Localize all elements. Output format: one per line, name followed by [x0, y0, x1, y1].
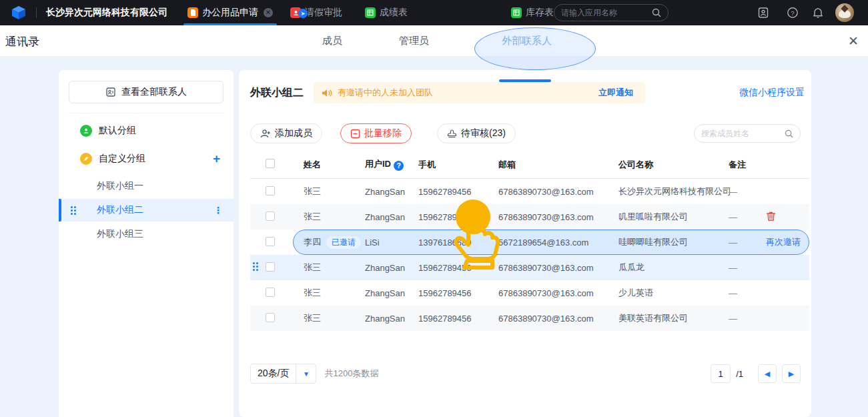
current-page-input[interactable]: 1 [711, 364, 731, 383]
top-app-bar: 长沙异次元网络科技有限公司 办公用品申请 ✕ ➤ 请假审批 成绩表 [0, 0, 868, 25]
cell-phone: 15962789456 [413, 187, 493, 197]
cell-note: — [723, 288, 761, 298]
page-size-select[interactable]: 20条/页 ▼ [250, 364, 316, 384]
cell-company: 美联英语有限公司 [613, 312, 723, 324]
pending-review-button[interactable]: 待审核(23) [437, 123, 516, 143]
tab-admins[interactable]: 管理员 [399, 35, 429, 47]
col-userid: 用户ID? [360, 158, 413, 171]
row-checkbox[interactable] [266, 237, 275, 246]
cell-action: 再次邀请 [761, 236, 809, 248]
orange-app-icon [187, 7, 198, 18]
green-app-icon [511, 7, 522, 18]
help-icon[interactable]: ? [785, 5, 801, 21]
tab-inventory-sheet[interactable]: 库存表 [511, 0, 554, 25]
row-checkbox[interactable] [266, 262, 275, 272]
cell-email: 67863890730@163.com [493, 263, 613, 273]
speaker-icon [322, 88, 332, 98]
table-row: 张三ZhangSan1596278945667863890730@163.com… [250, 306, 809, 331]
tab-external-contacts[interactable]: 外部联系人 [502, 35, 552, 47]
tab-office-supplies[interactable]: 办公用品申请 ✕ [187, 0, 273, 25]
app-logo-icon [11, 5, 27, 21]
cell-phone: 13976186689 [413, 238, 493, 248]
cell-phone: 15962789456 [413, 212, 493, 222]
pencil-icon [80, 153, 92, 165]
stamp-icon [447, 129, 457, 139]
next-page-button[interactable]: ▶ [782, 364, 801, 383]
view-all-contacts-button[interactable]: 查看全部联系人 [69, 81, 224, 103]
app-search-input[interactable] [561, 8, 652, 17]
row-checkbox[interactable] [266, 313, 275, 322]
cell-note: — [723, 238, 761, 248]
app-window: 长沙异次元网络科技有限公司 办公用品申请 ✕ ➤ 请假审批 成绩表 [0, 0, 868, 417]
chevron-down-icon[interactable]: ▼ [296, 364, 316, 384]
cell-note: — [723, 314, 761, 324]
cell-phone: 15962789456 [413, 314, 493, 324]
row-checkbox[interactable] [266, 186, 275, 195]
tab-grades-sheet[interactable]: 成绩表 [365, 0, 408, 25]
prev-page-button[interactable]: ◀ [758, 364, 777, 383]
close-tab-icon[interactable]: ✕ [264, 8, 273, 17]
page-title: 通讯录 [5, 34, 39, 49]
invite-notice-banner: 有邀请中的人未加入团队 立即通知 [314, 82, 645, 103]
cell-email: 67863890730@163.com [493, 288, 613, 298]
close-icon[interactable]: ✕ [848, 33, 859, 49]
help-question-icon[interactable]: ? [394, 161, 404, 171]
table-row: 张三ZhangSan1596278945667863890730@163.com… [250, 255, 809, 280]
row-select-cell [250, 212, 298, 223]
notifications-bell-icon[interactable] [810, 5, 826, 21]
add-member-button[interactable]: 添加成员 [250, 123, 322, 143]
col-note: 备注 [723, 159, 761, 171]
group-title: 外联小组二 [250, 86, 304, 100]
col-email: 邮箱 [493, 159, 613, 171]
table-body: 张三ZhangSan1596278945667863890730@163.com… [250, 179, 809, 331]
select-all-checkbox[interactable] [266, 159, 275, 168]
active-tab-underline [499, 79, 551, 82]
cell-userid: ZhangSan [360, 288, 413, 298]
table-row: 张三ZhangSan1596278945667863890730@163.com… [250, 280, 809, 306]
person-add-icon [260, 129, 271, 139]
member-search-box[interactable] [694, 124, 801, 143]
cell-email: 67863890730@163.com [493, 187, 613, 197]
drag-handle-icon[interactable] [253, 262, 258, 271]
row-checkbox[interactable] [266, 212, 275, 221]
svg-text:?: ? [791, 9, 794, 17]
notify-now-link[interactable]: 立即通知 [598, 87, 633, 99]
drag-handle-icon[interactable] [71, 206, 76, 215]
sidebar-item-custom-group[interactable]: 自定义分组 + [59, 148, 234, 169]
cell-userid: ZhangSan [360, 314, 413, 324]
tab-members[interactable]: 成员 [322, 35, 342, 47]
content-area: 查看全部联系人 默认分组 自定义分组 + 外联小组一 [0, 57, 868, 417]
total-count-label: 共1200条数据 [324, 368, 378, 380]
app-search-box[interactable] [554, 4, 669, 21]
cell-name: 张三 [298, 262, 360, 274]
cell-note: — [723, 187, 761, 197]
wechat-miniprogram-settings-link[interactable]: 微信小程序设置 [739, 87, 805, 99]
contacts-book-icon[interactable] [755, 5, 771, 21]
more-options-icon[interactable]: ⋮ [213, 205, 223, 216]
member-search-input[interactable] [701, 129, 785, 138]
row-select-cell [250, 237, 298, 248]
sidebar-item-default-group[interactable]: 默认分组 [59, 120, 234, 141]
cell-company: 长沙异次元网络科技有限公司 [613, 185, 723, 197]
table-row: 张三ZhangSan1596278945667863890730@163.com… [250, 179, 809, 204]
cell-userid: ZhangSan [360, 263, 413, 273]
cell-name: 张三 [298, 312, 360, 324]
batch-remove-button[interactable]: 批量移除 [340, 123, 412, 143]
delete-trash-icon[interactable] [766, 211, 776, 222]
sidebar-item-group-2[interactable]: 外联小组二 ⋮ [59, 199, 234, 222]
tab-leave-approval[interactable]: ➤ 请假审批 [290, 0, 342, 25]
members-table: 姓名 用户ID? 手机 邮箱 公司名称 备注 张三ZhangSan1596278… [250, 151, 809, 331]
cell-userid: LiSi [360, 238, 413, 248]
reinvite-link[interactable]: 再次邀请 [766, 237, 801, 247]
row-checkbox[interactable] [266, 288, 275, 297]
cell-company: 叽里呱啦有限公司 [613, 211, 723, 223]
user-avatar[interactable] [835, 3, 854, 22]
add-group-icon[interactable]: + [213, 151, 220, 166]
company-name: 长沙异次元网络科技有限公司 [46, 7, 167, 19]
cell-userid: ZhangSan [360, 212, 413, 222]
sidebar-item-group-3[interactable]: 外联小组三 [59, 223, 234, 246]
cell-name: 张三 [298, 287, 360, 299]
cell-email: 67863890730@163.com [493, 212, 613, 222]
row-select-cell [250, 288, 298, 299]
sidebar-item-group-1[interactable]: 外联小组一 [59, 175, 234, 197]
